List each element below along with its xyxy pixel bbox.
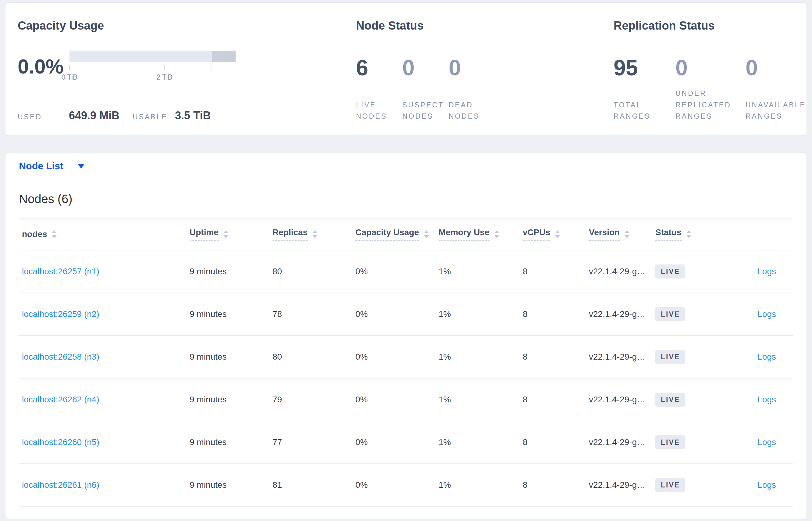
capacity-usage-cell: 0%	[352, 293, 435, 336]
metric-label: LIVE NODES	[356, 99, 402, 122]
table-row: localhost:26261 (n6) 9 minutes 81 0% 1% …	[19, 463, 793, 506]
column-header-label: Memory Use	[438, 228, 489, 241]
uptime-cell: 9 minutes	[187, 421, 269, 463]
uptime-cell: 9 minutes	[187, 336, 269, 378]
status-badge: LIVE	[655, 435, 685, 449]
version-cell: v22.1.4-29-g…	[586, 336, 652, 378]
node-list-dropdown[interactable]: Node List	[19, 160, 85, 172]
node-link[interactable]: localhost:26259 (n2)	[22, 309, 99, 319]
logs-link[interactable]: Logs	[758, 395, 776, 404]
vcpus-cell: 8	[520, 336, 586, 378]
logs-link[interactable]: Logs	[758, 352, 776, 361]
node-link[interactable]: localhost:26260 (n5)	[22, 437, 99, 447]
node-list-card: Nodes (6) nodes	[5, 179, 807, 519]
capacity-bar-track	[70, 51, 236, 62]
metric: 0 UNAVAILABLE RANGES	[745, 46, 807, 122]
usable-label: USABLE	[133, 113, 175, 121]
capacity-usage-cell: 0%	[352, 378, 435, 421]
column-header[interactable]: Uptime	[187, 219, 269, 250]
gauge-tick-mark	[117, 65, 117, 70]
replicas-cell: 79	[269, 378, 352, 421]
logs-link[interactable]: Logs	[758, 437, 776, 447]
memory-use-cell: 1%	[435, 336, 520, 378]
metric: 0 SUSPECT NODES	[402, 46, 449, 122]
uptime-cell: 9 minutes	[187, 293, 269, 336]
sort-icon	[424, 230, 429, 238]
nodes-table-title: Nodes (6)	[19, 179, 793, 206]
metric-value: 6	[356, 57, 402, 79]
metric-label: UNDER-REPLICATED RANGES	[675, 88, 745, 122]
column-header-label: Replicas	[272, 228, 308, 241]
capacity-gauge-row: 0.0% 0 TiB	[18, 51, 356, 82]
metric-label: UNAVAILABLE RANGES	[745, 99, 807, 122]
capacity-gauge-ticks: 0 TiB 2 TiB	[70, 62, 236, 82]
gauge-tick-label: 0 TiB	[62, 73, 77, 82]
table-row: localhost:26262 (n4) 9 minutes 79 0% 1% …	[19, 378, 793, 421]
used-value: 649.9 MiB	[69, 109, 133, 122]
gauge-tick-mark	[69, 65, 70, 70]
column-header[interactable]: Memory Use	[435, 219, 520, 250]
node-link[interactable]: localhost:26258 (n3)	[22, 352, 99, 361]
column-header[interactable]: Capacity Usage	[352, 219, 435, 250]
column-header[interactable]: Replicas	[269, 219, 352, 250]
column-header[interactable]: Status	[652, 219, 715, 250]
replication-status-title: Replication Status	[614, 18, 807, 33]
replicas-cell: 81	[269, 463, 352, 506]
sort-icon	[52, 230, 57, 238]
vcpus-cell: 8	[520, 421, 586, 463]
column-header-label: Uptime	[190, 228, 218, 241]
status-badge: LIVE	[655, 478, 685, 492]
uptime-cell: 9 minutes	[187, 463, 269, 506]
metric-label: DEAD NODES	[449, 99, 495, 122]
node-link[interactable]: localhost:26261 (n6)	[22, 480, 99, 490]
column-header-label: Version	[589, 228, 620, 241]
status-badge: LIVE	[655, 392, 685, 407]
node-status-section: Node Status 6 LIVE NODES 0 SUSPECT NODES…	[356, 18, 614, 122]
column-header[interactable]: nodes	[19, 219, 187, 250]
gauge-tick-label: 2 TiB	[157, 73, 172, 82]
capacity-usage-title: Capacity Usage	[18, 18, 356, 33]
usable-value: 3.5 TiB	[175, 109, 211, 122]
metric: 6 LIVE NODES	[356, 46, 402, 122]
node-status-title: Node Status	[356, 18, 614, 33]
replicas-cell: 77	[269, 421, 352, 463]
metric: 95 TOTAL RANGES	[614, 46, 675, 122]
node-link[interactable]: localhost:26262 (n4)	[22, 395, 99, 404]
metric-value: 0	[675, 57, 745, 79]
sort-icon	[494, 230, 499, 238]
gauge-tick-mark	[212, 65, 212, 70]
memory-use-cell: 1%	[435, 250, 520, 293]
sort-icon	[555, 230, 560, 238]
node-link[interactable]: localhost:26257 (n1)	[22, 267, 99, 276]
uptime-cell: 9 minutes	[187, 250, 269, 293]
logs-link[interactable]: Logs	[758, 267, 776, 276]
column-header-label: vCPUs	[523, 228, 550, 241]
sort-icon	[223, 230, 228, 238]
version-cell: v22.1.4-29-g…	[586, 463, 652, 506]
column-header[interactable]: vCPUs	[520, 219, 586, 250]
column-header[interactable]	[715, 219, 793, 250]
column-header[interactable]: Version	[586, 219, 652, 250]
logs-link[interactable]: Logs	[758, 309, 776, 319]
metric: 0 UNDER-REPLICATED RANGES	[675, 46, 745, 122]
uptime-cell: 9 minutes	[187, 378, 269, 421]
capacity-usage-cell: 0%	[352, 463, 435, 506]
cluster-summary-card: Capacity Usage 0.0% 0 TiB	[5, 2, 807, 136]
metric-value: 95	[614, 57, 675, 79]
view-selector-bar: Node List	[5, 153, 807, 179]
column-header-label: nodes	[22, 229, 47, 239]
metric-value: 0	[402, 57, 449, 79]
replicas-cell: 78	[269, 293, 352, 336]
version-cell: v22.1.4-29-g…	[586, 421, 652, 463]
replication-metrics: 95 TOTAL RANGES 0 UNDER-REPLICATED RANGE…	[614, 46, 807, 122]
replicas-cell: 80	[269, 250, 352, 293]
node-status-metrics: 6 LIVE NODES 0 SUSPECT NODES 0 DEAD NODE…	[356, 46, 614, 122]
gauge-tick-mark	[164, 65, 165, 70]
sort-icon	[312, 230, 317, 238]
nodes-table: nodes Uptime Replicas	[19, 218, 793, 507]
metric-value: 0	[745, 57, 807, 79]
table-row: localhost:26258 (n3) 9 minutes 80 0% 1% …	[19, 336, 793, 378]
metric: 0 DEAD NODES	[449, 46, 495, 122]
metric-label: SUSPECT NODES	[402, 99, 449, 122]
logs-link[interactable]: Logs	[758, 480, 776, 490]
